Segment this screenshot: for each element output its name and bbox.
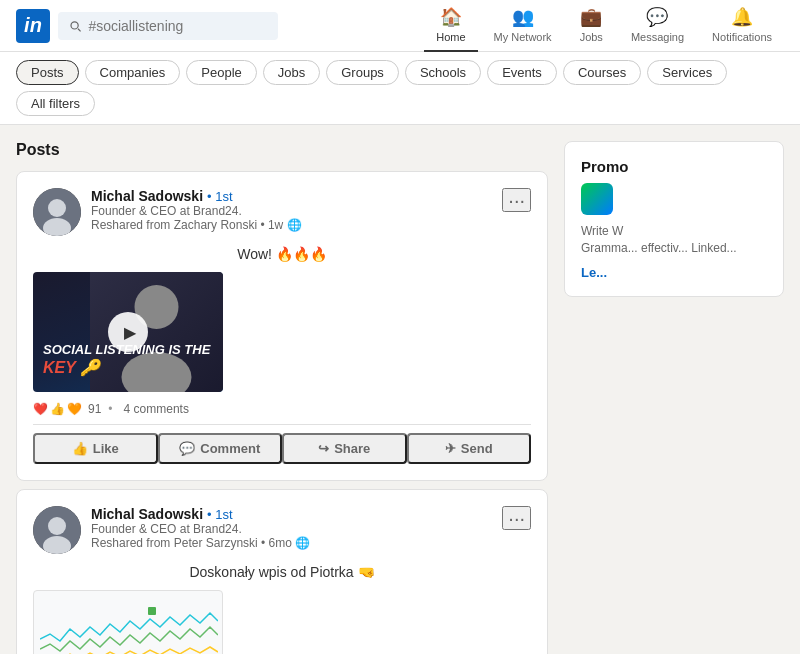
send-icon: ✈: [445, 441, 456, 456]
nav-messaging[interactable]: 💬 Messaging: [619, 0, 696, 52]
post-1-author-info: Michal Sadowski • 1st Founder & CEO at B…: [91, 188, 302, 232]
promo-link[interactable]: Le...: [581, 265, 767, 280]
search-input[interactable]: [88, 18, 268, 34]
filter-companies[interactable]: Companies: [85, 60, 181, 85]
post-2-author: Michal Sadowski • 1st Founder & CEO at B…: [33, 506, 310, 554]
post-1-avatar[interactable]: [33, 188, 81, 236]
search-icon: [68, 18, 82, 34]
like-icon: 👍: [72, 441, 88, 456]
post-1-comment-button[interactable]: 💬 Comment: [158, 433, 283, 464]
post-2-author-name[interactable]: Michal Sadowski: [91, 506, 203, 522]
posts-section-title: Posts: [16, 141, 548, 159]
filter-services[interactable]: Services: [647, 60, 727, 85]
post-2-avatar[interactable]: [33, 506, 81, 554]
comment-icon: 💬: [179, 441, 195, 456]
nav-jobs[interactable]: 💼 Jobs: [568, 0, 615, 52]
play-icon: ▶: [124, 323, 136, 342]
post-1-author-name[interactable]: Michal Sadowski: [91, 188, 203, 204]
post-1-reaction-count: 91: [88, 402, 101, 416]
filter-bar: Posts Companies People Jobs Groups Schoo…: [0, 52, 800, 125]
post-1-author: Michal Sadowski • 1st Founder & CEO at B…: [33, 188, 302, 236]
jobs-icon: 💼: [580, 6, 602, 28]
post-2-header: Michal Sadowski • 1st Founder & CEO at B…: [33, 506, 531, 554]
post-2-text: Doskonały wpis od Piotrka 🤜: [33, 564, 531, 580]
post-1-comments-count[interactable]: 4 comments: [124, 402, 189, 416]
nav-home[interactable]: 🏠 Home: [424, 0, 477, 52]
post-1-share-button[interactable]: ↪ Share: [282, 433, 407, 464]
post-1-author-title: Founder & CEO at Brand24.: [91, 204, 302, 218]
post-2-author-info: Michal Sadowski • 1st Founder & CEO at B…: [91, 506, 310, 550]
post-1-more-button[interactable]: ···: [502, 188, 531, 212]
post-2-author-badge: • 1st: [207, 507, 233, 522]
post-2-reshare: Reshared from Peter Sarzynski • 6mo 🌐: [91, 536, 310, 550]
filter-jobs[interactable]: Jobs: [263, 60, 320, 85]
post-1-text: Wow! 🔥🔥🔥: [33, 246, 531, 262]
filter-groups[interactable]: Groups: [326, 60, 399, 85]
post-1-header: Michal Sadowski • 1st Founder & CEO at B…: [33, 188, 531, 236]
filter-events[interactable]: Events: [487, 60, 557, 85]
post-1-action-bar: 👍 Like 💬 Comment ↪ Share ✈ Send: [33, 424, 531, 464]
filter-schools[interactable]: Schools: [405, 60, 481, 85]
post-2-chart-thumbnail: ————: [33, 590, 223, 654]
main-nav: 🏠 Home 👥 My Network 💼 Jobs 💬 Messaging 🔔…: [424, 0, 784, 52]
share-icon: ↪: [318, 441, 329, 456]
header: in 🏠 Home 👥 My Network 💼 Jobs 💬 Messagin…: [0, 0, 800, 52]
post-2-body: Doskonały wpis od Piotrka 🤜: [33, 564, 531, 654]
promo-card: Promo Write W Gramma... effectiv... Link…: [564, 141, 784, 297]
post-1-reactions: ❤️ 👍 🧡 91 • 4 comments: [33, 402, 531, 416]
post-2-more-button[interactable]: ···: [502, 506, 531, 530]
promo-logo: [581, 183, 613, 215]
search-bar[interactable]: [58, 12, 278, 40]
post-1-body: Wow! 🔥🔥🔥 SOCIAL LISTENING IS THE KEY 🔑: [33, 246, 531, 392]
chart-svg: [40, 599, 218, 654]
play-button[interactable]: ▶: [108, 312, 148, 352]
filter-posts[interactable]: Posts: [16, 60, 79, 85]
post-1-reshare: Reshared from Zachary Ronski • 1w 🌐: [91, 218, 302, 232]
notifications-icon: 🔔: [731, 6, 753, 28]
globe-icon-2: 🌐: [295, 536, 310, 550]
filter-people[interactable]: People: [186, 60, 256, 85]
post-card-1: Michal Sadowski • 1st Founder & CEO at B…: [16, 171, 548, 481]
thumbs-reaction: 👍: [50, 402, 65, 416]
filter-courses[interactable]: Courses: [563, 60, 641, 85]
globe-icon-1: 🌐: [287, 218, 302, 232]
avatar-image-1: [33, 188, 81, 236]
nav-my-network[interactable]: 👥 My Network: [482, 0, 564, 52]
linkedin-logo[interactable]: in: [16, 9, 50, 43]
heart-reaction: ❤️: [33, 402, 48, 416]
sidebar: Promo Write W Gramma... effectiv... Link…: [564, 141, 784, 654]
main-layout: Posts: [0, 125, 800, 654]
post-1-author-badge: • 1st: [207, 189, 233, 204]
post-card-2: Michal Sadowski • 1st Founder & CEO at B…: [16, 489, 548, 654]
post-1-send-button[interactable]: ✈ Send: [407, 433, 532, 464]
promo-title: Promo: [581, 158, 767, 175]
clap-reaction: 🧡: [67, 402, 82, 416]
promo-description: Write W Gramma... effectiv... Linked...: [581, 223, 767, 257]
home-icon: 🏠: [440, 6, 462, 28]
reaction-icons-1: ❤️ 👍 🧡: [33, 402, 82, 416]
posts-area: Posts: [16, 141, 548, 654]
avatar-image-2: [33, 506, 81, 554]
nav-notifications[interactable]: 🔔 Notifications: [700, 0, 784, 52]
post-1-video-thumbnail[interactable]: SOCIAL LISTENING IS THE KEY 🔑 ▶: [33, 272, 223, 392]
svg-rect-8: [148, 607, 156, 615]
my-network-icon: 👥: [512, 6, 534, 28]
svg-point-6: [48, 517, 66, 535]
svg-point-1: [48, 199, 66, 217]
post-1-like-button[interactable]: 👍 Like: [33, 433, 158, 464]
post-2-author-title: Founder & CEO at Brand24.: [91, 522, 310, 536]
video-key-text: KEY 🔑: [43, 358, 210, 377]
filter-all-filters[interactable]: All filters: [16, 91, 95, 116]
messaging-icon: 💬: [646, 6, 668, 28]
